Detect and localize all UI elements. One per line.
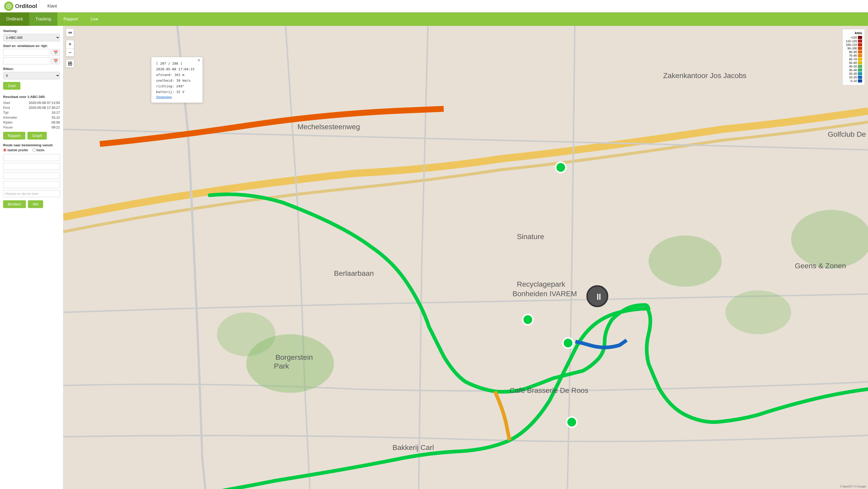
radio-basis[interactable]: basis (32, 148, 44, 152)
legend-item-8: 40–50 (845, 65, 862, 68)
voertuig-select[interactable]: 1-ABC-345 (3, 34, 60, 41)
ritten-select[interactable]: 0 (3, 72, 60, 79)
legend-item-10: 20–30 (845, 72, 862, 75)
rapport-button[interactable]: Rapport (3, 132, 25, 140)
straat-input[interactable]: Heiken 46 (3, 181, 60, 188)
bereken-button[interactable]: Bereken (3, 200, 26, 208)
layers-button[interactable]: ⊞ (66, 59, 74, 68)
postcode-input[interactable]: 2820 (3, 163, 60, 170)
popup-close-button[interactable]: ✕ (197, 58, 200, 62)
svg-text:Bonheiden IVAREM: Bonheiden IVAREM (513, 289, 577, 298)
gemeente-input[interactable]: Bonheiden (3, 172, 60, 179)
zoom-controls: + − (66, 40, 74, 57)
svg-point-26 (563, 338, 573, 348)
svg-text:Golfclub De Wijnvelden: Golfclub De Wijnvelden (828, 130, 868, 138)
header: Orditool Klant (0, 0, 868, 12)
popup-batterij: batterij: 15 V (156, 89, 198, 95)
start-date-input[interactable]: 2020-05-08 00:00 (3, 49, 51, 56)
logo-text: Orditool (15, 3, 37, 9)
zoom-out-button[interactable]: − (66, 48, 74, 57)
legend-item-9: 30–40 (845, 68, 862, 71)
navbar: Orditrack Tracking Rapport Live (0, 12, 868, 26)
svg-point-3 (217, 312, 276, 356)
svg-text:Geens & Zonen: Geens & Zonen (795, 262, 846, 270)
route-btn-row: Bereken Wis (3, 200, 60, 208)
svg-point-25 (523, 314, 533, 325)
speed-legend: km/u +120 110–120 100–110 90–100 80–90 (842, 29, 865, 85)
zoek-button[interactable]: Zoek (3, 82, 21, 90)
route-radio-row: laatste positie basis (3, 148, 60, 152)
logo-icon (4, 2, 13, 11)
svg-text:⏸: ⏸ (594, 292, 603, 302)
popup-streetview-link[interactable]: Streetview (156, 95, 172, 99)
map-popup: ✕ [ 207 / 286 ] 2020-05-08 17:04:15 afst… (151, 57, 203, 103)
legend-item-6: 60–70 (845, 58, 862, 61)
sidebar: Voertuig: 1-ABC-345 Start en -einddatum … (0, 26, 63, 489)
svg-text:Bakkerij Carl: Bakkerij Carl (393, 443, 434, 452)
main: Voertuig: 1-ABC-345 Start en -einddatum … (0, 26, 868, 489)
end-date-input[interactable]: 2020-05-08 23:59 (3, 57, 51, 64)
svg-point-6 (791, 210, 868, 269)
svg-text:Mechelsesteenweg: Mechelsesteenweg (297, 123, 360, 131)
popup-snelheid: snelheid: 39 km/u (156, 78, 198, 84)
legend-item-5: 70–80 (845, 54, 862, 57)
layer-control: ⊞ (66, 59, 74, 68)
legend-item-4: 80–90 (845, 51, 862, 54)
ritten-label: Ritten: (3, 67, 60, 71)
logo: Orditool (4, 2, 37, 11)
svg-point-27 (566, 417, 577, 427)
wis-button[interactable]: Wis (28, 200, 43, 208)
route-section: Route naar bestemming vanuit: laatste po… (3, 143, 60, 208)
result-start: Start 2020-05-08 07:13:50 (3, 101, 60, 105)
legend-title: km/u (845, 31, 862, 35)
legend-item-3: 90–100 (845, 47, 862, 50)
nav-item-rapport[interactable]: Rapport (57, 12, 85, 26)
result-kilometer: Kilometer 33,12 (3, 116, 60, 119)
route-inputs: B 2820 Bonheiden Heiken 46 (3, 154, 60, 198)
afstand-input[interactable] (3, 190, 60, 197)
radio-laatste[interactable]: laatste positie (3, 148, 28, 152)
svg-text:Sinature: Sinature (517, 232, 544, 241)
legend-item-2: 100–110 (845, 43, 862, 46)
popup-richting: richting: 249° (156, 84, 198, 89)
svg-text:Berlaarbaan: Berlaarbaan (334, 269, 374, 277)
popup-index: [ 207 / 286 ] (156, 61, 198, 66)
svg-point-5 (725, 290, 791, 334)
svg-text:Café Brasserie De Roos: Café Brasserie De Roos (509, 386, 588, 394)
datetime-label: Start en -einddatum en -tijd: (3, 44, 60, 48)
popup-datetime: 2020-05-08 17:04:15 (156, 66, 198, 72)
result-title: Resultaat voor 1-ABC-345: (3, 95, 60, 99)
popup-afstand: afstand: 163 m (156, 72, 198, 78)
svg-text:Recyclagepark: Recyclagepark (517, 280, 565, 288)
svg-point-24 (556, 162, 566, 173)
svg-point-4 (648, 236, 721, 287)
result-tijd: Tijd 10:17 (3, 111, 60, 115)
route-title: Route naar bestemming vanuit: (3, 143, 60, 147)
start-date-calendar-btn[interactable]: 📅 (52, 49, 60, 56)
legend-item-7: 50–60 (845, 61, 862, 64)
nav-item-tracking[interactable]: Tracking (29, 12, 57, 26)
report-graph-btns: Rapport Graph (3, 132, 60, 140)
result-rijden: Rijden 00:56 (3, 120, 60, 124)
result-section: Resultaat voor 1-ABC-345: Start 2020-05-… (3, 95, 60, 129)
naam-input[interactable]: B (3, 154, 60, 161)
zoom-in-button[interactable]: + (66, 40, 74, 48)
legend-item-0: +120 (845, 36, 862, 39)
svg-text:Borgerstein: Borgerstein (275, 353, 313, 361)
page-title: Klant (48, 4, 57, 8)
voertuig-label: Voertuig: (3, 29, 60, 33)
svg-text:Zakenkantoor Jos Jacobs: Zakenkantoor Jos Jacobs (663, 71, 746, 80)
svg-text:Park: Park (274, 362, 289, 370)
pan-button[interactable]: ⇔ (66, 28, 74, 37)
legend-item-12: 0–10 (845, 79, 862, 83)
result-eind: Eind 2020-05-08 17:30:27 (3, 106, 60, 110)
end-date-calendar-btn[interactable]: 📅 (52, 58, 60, 64)
nav-item-live[interactable]: Live (85, 12, 104, 26)
result-pause: Pause 09:21 (3, 125, 60, 129)
map-copyright: © OpenICT | © Google (840, 485, 866, 488)
map-area[interactable]: Borgerstein Park PASBRUG Sinature Zakenk… (63, 26, 868, 489)
legend-item-11: 10–20 (845, 76, 862, 79)
nav-item-orditrack[interactable]: Orditrack (0, 12, 29, 26)
map-nav-controls: ⇔ (66, 28, 74, 37)
graph-button[interactable]: Graph (27, 132, 47, 140)
